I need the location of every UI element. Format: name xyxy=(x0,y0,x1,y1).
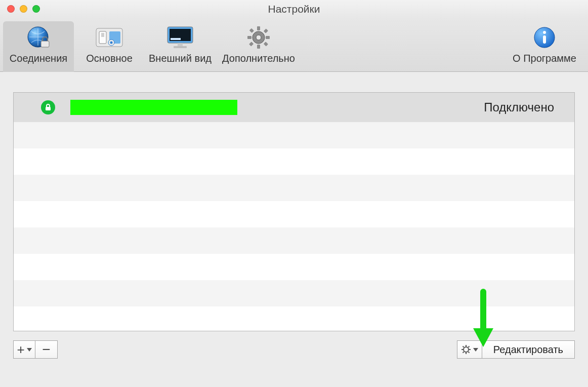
tab-connections[interactable]: Соединения xyxy=(3,21,74,72)
connection-name-redacted xyxy=(70,100,237,115)
svg-rect-14 xyxy=(257,26,260,30)
svg-rect-1 xyxy=(41,41,49,47)
tab-about[interactable]: О Программе xyxy=(504,21,585,72)
lock-icon xyxy=(41,100,55,114)
tab-appearance-label: Внешний вид xyxy=(149,53,212,64)
empty-row xyxy=(14,227,574,254)
display-icon xyxy=(145,23,216,52)
svg-point-27 xyxy=(464,347,469,352)
tab-general-label: Основное xyxy=(86,53,133,64)
svg-rect-15 xyxy=(257,45,260,49)
close-window-button[interactable] xyxy=(7,5,15,13)
svg-rect-16 xyxy=(247,36,251,39)
traffic-lights xyxy=(7,5,40,13)
titlebar: Настройки xyxy=(0,0,588,18)
svg-line-34 xyxy=(468,346,469,347)
add-connection-button[interactable]: + xyxy=(13,340,35,359)
svg-point-24 xyxy=(543,31,546,34)
svg-rect-10 xyxy=(171,38,181,40)
empty-row xyxy=(14,280,574,306)
svg-line-32 xyxy=(463,346,464,347)
connections-list[interactable]: Подключено xyxy=(13,92,575,331)
svg-rect-12 xyxy=(174,46,187,48)
empty-row xyxy=(14,122,574,148)
svg-rect-26 xyxy=(46,107,51,110)
plus-icon: + xyxy=(17,343,24,356)
gear-icon xyxy=(216,23,302,52)
tab-general[interactable]: Основное xyxy=(74,21,145,72)
svg-rect-4 xyxy=(101,33,104,37)
svg-rect-21 xyxy=(249,42,254,46)
svg-rect-11 xyxy=(178,43,183,46)
connections-pane: Подключено xyxy=(0,72,588,331)
gear-small-icon xyxy=(461,344,471,355)
tab-advanced[interactable]: Дополнительно xyxy=(216,21,302,72)
switch-icon xyxy=(74,23,145,52)
svg-line-35 xyxy=(463,352,464,353)
preferences-window: Настройки xyxy=(0,0,588,387)
window-title: Настройки xyxy=(268,3,320,15)
remove-connection-button[interactable]: − xyxy=(35,340,58,359)
svg-rect-25 xyxy=(543,35,546,44)
svg-rect-18 xyxy=(249,28,254,33)
svg-point-22 xyxy=(256,35,261,40)
actions-menu-button[interactable] xyxy=(457,340,482,359)
list-actions-bar: + − xyxy=(0,331,588,359)
preferences-toolbar: Соединения Основное xyxy=(0,18,588,72)
tab-connections-label: Соединения xyxy=(10,53,67,64)
info-icon xyxy=(504,23,585,52)
zoom-window-button[interactable] xyxy=(32,5,40,13)
svg-rect-17 xyxy=(266,36,270,39)
tab-appearance[interactable]: Внешний вид xyxy=(145,21,216,72)
svg-line-33 xyxy=(468,352,469,353)
add-remove-group: + − xyxy=(13,340,58,359)
connection-row[interactable]: Подключено xyxy=(14,93,574,122)
tab-about-label: О Программе xyxy=(513,53,576,64)
empty-row xyxy=(14,148,574,175)
edit-button-label: Редактировать xyxy=(493,344,563,356)
minimize-window-button[interactable] xyxy=(20,5,27,13)
svg-rect-19 xyxy=(264,42,268,46)
chevron-down-icon xyxy=(473,348,478,352)
connection-status: Подключено xyxy=(484,100,554,114)
svg-rect-20 xyxy=(264,28,268,33)
empty-row xyxy=(14,201,574,227)
svg-point-7 xyxy=(110,42,113,44)
tab-advanced-label: Дополнительно xyxy=(222,53,295,64)
empty-row xyxy=(14,175,574,201)
edit-button[interactable]: Редактировать xyxy=(482,340,575,359)
globe-network-icon xyxy=(3,23,74,52)
empty-row xyxy=(14,254,574,280)
minus-icon: − xyxy=(42,342,50,357)
